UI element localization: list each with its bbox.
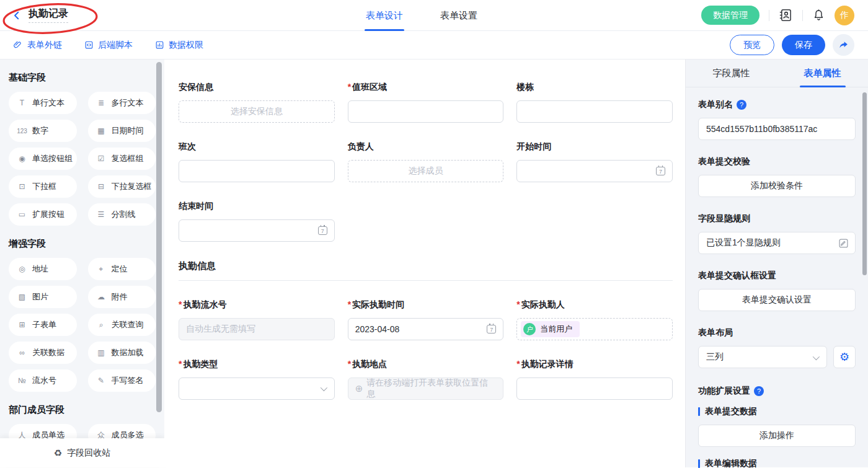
submit-confirm-button[interactable]: 表单提交确认设置 (698, 289, 856, 311)
back-button[interactable] (11, 10, 22, 21)
image-icon: ▧ (17, 293, 27, 301)
field-item-address[interactable]: ◎地址 (9, 258, 77, 280)
field-item-multi-select[interactable]: ⊟下拉复选框 (88, 175, 156, 198)
share-arrow-icon (838, 40, 849, 50)
field-item-serial-number[interactable]: №流水号 (9, 369, 77, 392)
required-mark: * (348, 82, 351, 92)
user-avatar[interactable]: 作 (835, 6, 854, 25)
field-item-number[interactable]: 123数字 (9, 120, 77, 142)
form-external-link[interactable]: 表单外链 (14, 40, 62, 51)
field-item-extend-button[interactable]: ▭扩展按钮 (9, 203, 77, 226)
accent-bar (698, 407, 700, 416)
tab-field-properties[interactable]: 字段属性 (686, 60, 777, 87)
field-duty-type: *执勤类型 (179, 359, 335, 400)
submit-validation-label: 表单提交校验 (698, 156, 856, 167)
actual-duty-time-input[interactable]: 2023-04-087 (348, 318, 504, 340)
calendar-icon: ▦ (96, 126, 107, 135)
address-book-icon[interactable] (779, 8, 793, 22)
submit-data-label: 表单提交数据 (705, 406, 757, 417)
duty-type-select[interactable] (179, 377, 335, 400)
data-permission-link[interactable]: 数据权限 (155, 40, 203, 51)
field-duty-record-detail: *执勤记录详情 (516, 359, 673, 400)
field-item-attachment[interactable]: ☁附件 (88, 286, 156, 308)
edit-icon[interactable] (838, 238, 849, 249)
select-icon: ⊡ (17, 182, 27, 191)
save-button[interactable]: 保存 (782, 35, 825, 55)
calendar-icon: 7 (656, 167, 665, 175)
tab-form-properties[interactable]: 表单属性 (777, 60, 868, 87)
top-right-actions: 数据管理 作 (701, 6, 868, 25)
sidebar-scrollbar[interactable] (156, 62, 162, 412)
duty-serial-input[interactable]: 自动生成无需填写 (179, 318, 335, 340)
data-manage-button[interactable]: 数据管理 (701, 6, 760, 25)
preview-button[interactable]: 预览 (730, 35, 774, 55)
duty-location-input[interactable]: ⊕请在移动端打开表单获取位置信息 (348, 377, 504, 400)
form-design-canvas: 安保信息 选择安保信息 *值班区域 楼栋 班次 负责人 选择成员 开始时 (164, 60, 685, 467)
page-title[interactable]: 执勤记录 (29, 7, 68, 23)
end-time-input[interactable]: 7 (179, 219, 335, 242)
form-layout-select[interactable]: 三列 (698, 346, 827, 368)
form-alias-input[interactable] (698, 118, 856, 140)
section-basic-fields: 基础字段 (9, 72, 156, 84)
tab-form-settings[interactable]: 表单设置 (439, 0, 479, 31)
current-user-tag[interactable]: 户 当前用户 (521, 321, 580, 337)
field-shift: 班次 (179, 141, 335, 182)
field-item-signature[interactable]: ✎手写签名 (88, 369, 156, 392)
field-item-single-text[interactable]: T单行文本 (9, 92, 77, 114)
accent-bar (698, 459, 700, 468)
required-mark: * (179, 299, 182, 309)
backend-script-link[interactable]: 后端脚本 (84, 40, 133, 51)
field-item-multi-text[interactable]: ≣多行文本 (88, 92, 156, 114)
field-item-divider-line[interactable]: ☰分割线 (88, 203, 156, 226)
field-item-checkbox-group[interactable]: ☑复选框组 (88, 148, 156, 170)
field-recycle-bin[interactable]: ♻ 字段回收站 (0, 438, 164, 467)
help-icon[interactable]: ? (754, 386, 764, 396)
subform-icon: ⊞ (17, 320, 27, 329)
notification-bell-icon[interactable] (812, 9, 825, 22)
duty-record-detail-input[interactable] (516, 377, 673, 400)
properties-panel: 字段属性 表单属性 表单别名 ? 表单提交校验 添加校验条件 字段显隐规则 已设… (685, 60, 868, 467)
start-time-input[interactable]: 7 (516, 160, 673, 182)
building-input[interactable] (516, 100, 673, 123)
help-icon[interactable]: ? (737, 100, 746, 110)
form-alias-label: 表单别名 (698, 99, 733, 110)
add-validation-button[interactable]: 添加校验条件 (698, 175, 856, 197)
data-permission-icon (155, 40, 164, 50)
field-item-datetime[interactable]: ▦日期时间 (88, 120, 156, 142)
divider (769, 10, 769, 21)
field-item-image[interactable]: ▧图片 (9, 286, 77, 308)
field-item-location[interactable]: ⌖定位 (88, 258, 156, 280)
tab-form-design[interactable]: 表单设计 (365, 0, 404, 31)
share-button[interactable] (833, 34, 854, 56)
field-start-time: 开始时间 7 (516, 141, 673, 182)
address-pin-icon: ◎ (17, 265, 27, 273)
field-item-linked-data[interactable]: ∞关联数据 (9, 342, 77, 364)
duty-area-input[interactable] (348, 100, 504, 123)
toolbar-actions: 预览 保存 (730, 34, 854, 56)
submit-data-add-button[interactable]: 添加操作 (698, 425, 856, 447)
field-end-time: 结束时间 7 (179, 201, 335, 242)
chevron-down-icon (813, 353, 820, 360)
field-duty-location: *执勤地点 ⊕请在移动端打开表单获取位置信息 (348, 359, 504, 400)
actual-duty-person-input[interactable]: 户 当前用户 (516, 318, 673, 340)
shift-input[interactable] (179, 160, 335, 182)
section-divider-duty-info[interactable]: 执勤信息 (179, 260, 673, 281)
manager-input[interactable]: 选择成员 (348, 160, 504, 182)
field-item-radio-group[interactable]: ◉单选按钮组 (9, 148, 77, 170)
top-tabs: 表单设计 表单设置 (365, 0, 479, 31)
panel-scrollbar[interactable] (862, 92, 867, 275)
field-item-data-load[interactable]: ▥数据加载 (88, 342, 156, 364)
visibility-rules-box[interactable]: 已设置1个显隐规则 (698, 232, 856, 254)
calendar-icon: 7 (318, 226, 327, 235)
chevron-down-icon (320, 384, 327, 391)
field-item-select[interactable]: ⊡下拉框 (9, 175, 77, 198)
edit-data-label: 表单编辑数据 (705, 458, 757, 468)
form-layout-label: 表单布局 (698, 327, 856, 338)
multi-select-icon: ⊟ (96, 182, 107, 191)
security-info-input[interactable]: 选择安保信息 (179, 100, 335, 123)
divider-line-icon: ☰ (96, 210, 107, 219)
layout-settings-button[interactable]: ⚙ (833, 346, 856, 368)
field-duty-area: *值班区域 (348, 82, 504, 123)
field-item-linked-query[interactable]: ⌕关联查询 (88, 314, 156, 336)
field-item-subform[interactable]: ⊞子表单 (9, 314, 77, 336)
